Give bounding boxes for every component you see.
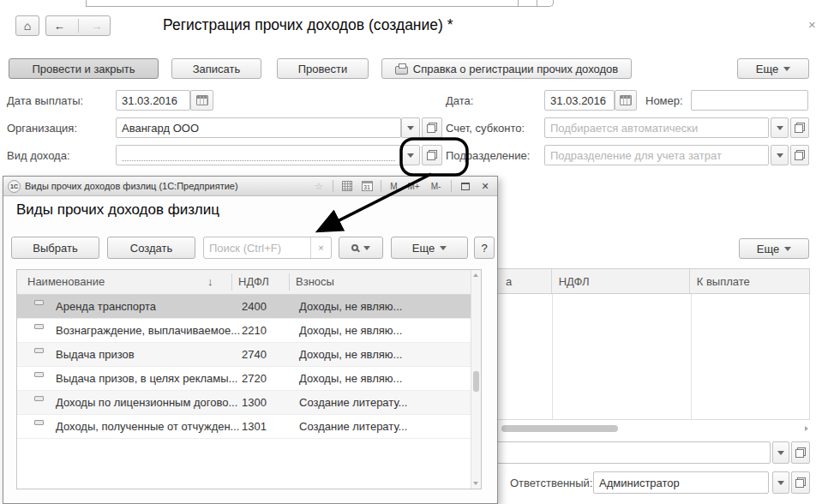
organization-dropdown-button[interactable] (401, 117, 420, 138)
close-icon[interactable]: × (808, 17, 816, 32)
back-button[interactable]: ← (46, 20, 73, 33)
chevron-down-icon (407, 153, 414, 158)
table-row[interactable]: Вознаграждение, выплачиваемое... 2210 До… (17, 319, 471, 343)
create-label: Создать (130, 242, 172, 255)
table-row[interactable]: Доходы, полученные от отчужден... 1301 С… (17, 415, 471, 439)
grid-body[interactable] (480, 294, 810, 420)
pay-date-label: Дата выплаты: (7, 94, 83, 107)
column-header-ndfl[interactable]: НДФЛ (238, 275, 269, 288)
comment-open-button[interactable] (791, 441, 810, 464)
income-kind-open-button[interactable] (422, 145, 442, 165)
department-placeholder: Подразделение для учета затрат (550, 149, 722, 162)
scroll-down-icon[interactable] (473, 482, 478, 485)
list-item-icon (34, 324, 44, 329)
favorites-button[interactable]: ☆ (311, 179, 327, 194)
divider (451, 180, 452, 192)
department-open-button[interactable] (790, 145, 809, 165)
number-field[interactable] (691, 90, 808, 111)
department-dropdown-button[interactable] (771, 145, 789, 165)
home-button[interactable]: ⌂ (15, 15, 39, 36)
list-item-icon (34, 372, 44, 377)
pay-date-calendar-button[interactable] (190, 90, 213, 111)
create-button[interactable]: Создать (107, 237, 195, 259)
reference-print-button[interactable]: Справка о регистрации прочих доходов (381, 58, 632, 79)
column-header-name[interactable]: Наименование (27, 275, 105, 288)
account-field[interactable]: Подбирается автоматически (544, 117, 769, 138)
pay-date-value: 31.03.2016 (122, 94, 177, 107)
open-icon (795, 150, 805, 160)
popup-title: Виды прочих доходов физлиц (1С:Предприят… (25, 181, 238, 191)
row-name: Доходы по лицензионным догово... (56, 396, 237, 409)
responsible-dropdown-button[interactable] (772, 471, 789, 494)
horizontal-scrollbar[interactable] (500, 423, 810, 434)
date-field[interactable]: 31.03.2016 (544, 90, 615, 111)
maximize-icon (461, 183, 470, 190)
table-row[interactable]: Аренда транспорта 2400 Доходы, не являю.… (17, 295, 471, 319)
date-value: 31.03.2016 (550, 94, 606, 107)
help-button[interactable]: ? (474, 237, 495, 259)
grid-column-header-payout[interactable]: К выплате (690, 269, 809, 293)
pay-date-field[interactable]: 31.03.2016 (116, 90, 190, 111)
grid-column-header-ndfl[interactable]: НДФЛ (552, 269, 690, 293)
organization-open-button[interactable] (422, 117, 442, 138)
screen: ⌂ ← → Регистрация прочих доходов (создан… (0, 0, 828, 504)
popup-close-button[interactable]: ✕ (477, 179, 493, 194)
printer-icon (395, 66, 408, 75)
table-row[interactable]: Выдача призов, в целях рекламы... 2720 Д… (17, 367, 471, 391)
calculator-icon (342, 181, 352, 191)
search-icon (351, 244, 358, 251)
grid-more-label: Еще (757, 243, 779, 255)
memory-minus-button[interactable]: M- (427, 179, 445, 194)
column-divider (231, 273, 232, 291)
scroll-up-icon[interactable] (473, 273, 478, 277)
forward-button[interactable]: → (84, 20, 111, 33)
post-button[interactable]: Провести (277, 58, 369, 79)
date-calendar-button[interactable] (615, 90, 637, 111)
column-header-contrib[interactable]: Взносы (296, 275, 334, 288)
account-open-button[interactable] (790, 117, 809, 138)
more-button[interactable]: Еще (737, 58, 809, 79)
popup-titlebar[interactable]: 1С Виды прочих доходов физлиц (1С:Предпр… (3, 177, 497, 196)
comment-dropdown-button[interactable] (772, 441, 789, 464)
table-header[interactable]: Наименование ↓ НДФЛ Взносы (17, 270, 471, 295)
search-input[interactable]: Поиск (Ctrl+F) × (203, 237, 332, 259)
post-and-close-button[interactable]: Провести и закрыть (9, 58, 159, 79)
scrollbar-thumb[interactable] (473, 371, 479, 392)
account-dropdown-button[interactable] (771, 117, 789, 138)
table-row[interactable]: Доходы по лицензионным догово... 1300 Со… (17, 391, 471, 415)
responsible-open-button[interactable] (791, 471, 810, 494)
write-button[interactable]: Записать (171, 58, 261, 79)
income-kind-dropdown-button[interactable] (401, 145, 420, 165)
chevron-down-icon (784, 247, 791, 251)
grid-more-button[interactable]: Еще (739, 238, 809, 259)
clear-search-button[interactable]: × (310, 237, 331, 258)
scrollbar-thumb[interactable] (501, 425, 618, 432)
scroll-right-icon[interactable] (805, 426, 808, 431)
open-icon (795, 447, 806, 458)
search-options-button[interactable] (339, 237, 383, 259)
table-row[interactable]: Выдача призов 2740 Доходы, не являю... (17, 343, 471, 367)
maximize-button[interactable] (458, 179, 473, 194)
memory-button[interactable]: M (387, 179, 400, 194)
row-ndfl: 1301 (242, 420, 267, 433)
organization-label: Организация: (7, 122, 77, 135)
organization-value: Авангард ООО (122, 122, 199, 135)
open-icon (427, 150, 437, 160)
organization-field[interactable]: Авангард ООО (116, 117, 401, 138)
calculator-button[interactable] (339, 179, 355, 194)
row-contrib: Создание литерату... (299, 396, 407, 409)
vertical-scrollbar[interactable] (471, 270, 481, 489)
star-icon: ☆ (315, 181, 323, 192)
select-button[interactable]: Выбрать (11, 237, 99, 259)
row-name: Выдача призов, в целях рекламы... (56, 372, 237, 385)
responsible-field[interactable]: Администратор (593, 471, 769, 494)
calendar-button[interactable]: 31 (359, 179, 375, 194)
popup-more-button[interactable]: Еще (391, 237, 468, 259)
responsible-label: Ответственный: (510, 477, 592, 489)
list-item-icon (34, 300, 44, 305)
grid-col-payout-label: К выплате (697, 275, 750, 288)
department-field[interactable]: Подразделение для учета затрат (544, 145, 769, 165)
income-kind-field[interactable] (116, 145, 401, 165)
memory-plus-button[interactable]: M+ (405, 179, 423, 194)
divider (518, 0, 519, 7)
